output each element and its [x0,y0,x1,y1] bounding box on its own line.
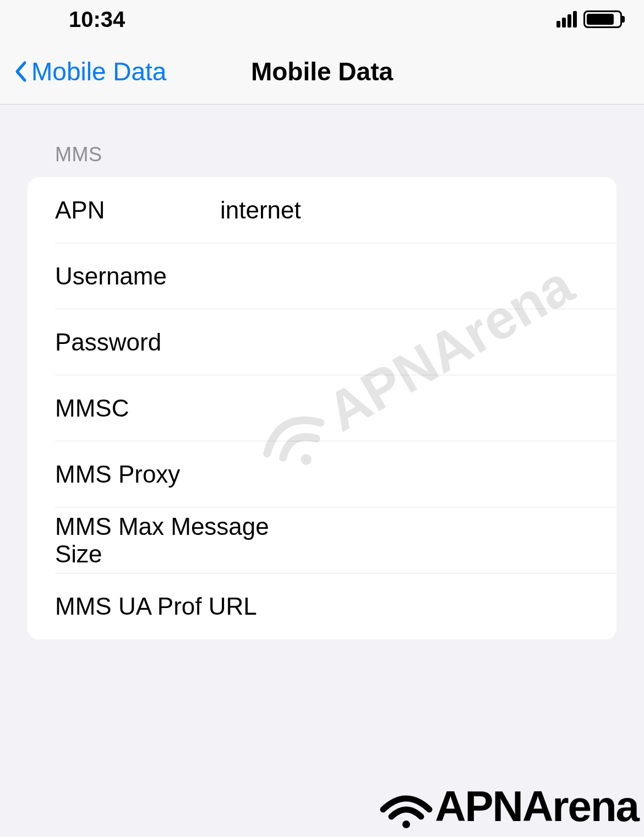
password-label: Password [55,329,220,356]
footer-logo-text: APNArena [435,781,638,831]
content: MMS APN Username Password MMSC MMS Proxy [0,105,644,639]
svg-point-1 [402,820,410,828]
wifi-icon [379,785,434,829]
navigation-bar: Mobile Data Mobile Data [0,39,644,105]
mms-ua-prof-label: MMS UA Prof URL [55,593,314,620]
back-label: Mobile Data [31,57,166,86]
cellular-signal-icon [556,11,577,28]
status-time: 10:34 [69,7,125,32]
mms-proxy-input[interactable] [220,461,616,488]
chevron-left-icon [14,61,27,83]
battery-icon [583,10,622,28]
apn-label: APN [55,196,220,224]
footer-logo: APNArena [379,781,638,831]
section-header-mms: MMS [28,143,616,177]
mms-ua-prof-input[interactable] [314,593,616,620]
apn-row[interactable]: APN [28,177,616,243]
username-row[interactable]: Username [28,243,616,309]
mms-ua-prof-row[interactable]: MMS UA Prof URL [28,573,616,639]
username-input[interactable] [220,262,616,290]
mms-proxy-label: MMS Proxy [55,461,220,488]
mmsc-label: MMSC [55,395,220,422]
apn-input[interactable] [220,196,616,224]
page-title: Mobile Data [251,57,393,86]
status-bar: 10:34 [0,0,644,39]
mms-settings-group: APN Username Password MMSC MMS Proxy MMS… [28,177,616,639]
mms-max-size-input[interactable] [314,527,616,554]
password-row[interactable]: Password [28,309,616,375]
mms-max-size-row[interactable]: MMS Max Message Size [28,507,616,573]
status-indicators [556,10,622,28]
password-input[interactable] [220,329,616,356]
back-button[interactable]: Mobile Data [14,57,166,86]
mms-max-size-label: MMS Max Message Size [55,513,314,568]
mmsc-input[interactable] [220,395,616,422]
username-label: Username [55,262,220,290]
mms-proxy-row[interactable]: MMS Proxy [28,441,616,507]
mmsc-row[interactable]: MMSC [28,375,616,441]
